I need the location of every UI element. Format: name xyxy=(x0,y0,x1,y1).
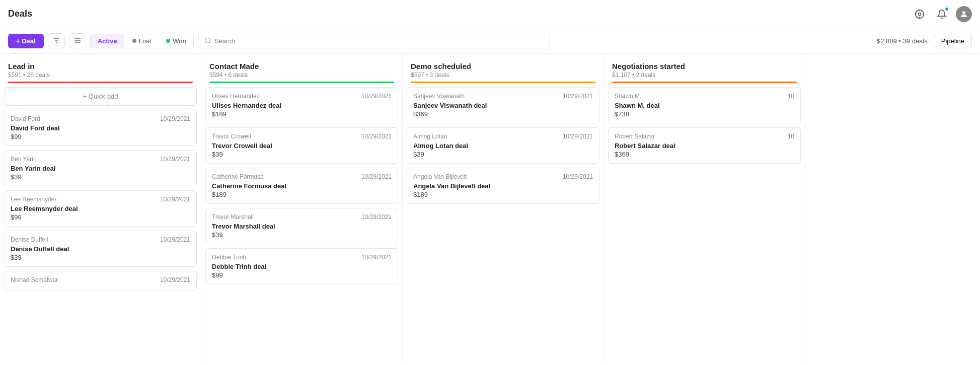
deal-amount: $738 xyxy=(615,110,794,118)
col-title-contact_made: Contact Made xyxy=(209,62,394,70)
deal-name: Angela Van Bijlevelt deal xyxy=(413,182,593,190)
search-icon xyxy=(204,37,211,44)
deal-card[interactable]: Ulises Hernandez10/29/2021Ulises Hernand… xyxy=(205,87,398,123)
deal-name: Ben Yarin deal xyxy=(11,165,190,172)
deal-amount: $99 xyxy=(212,271,392,279)
toolbar-right: $2,889 • 39 deals Pipeline xyxy=(877,34,972,48)
deal-name: Catherine Formusa deal xyxy=(212,182,392,190)
col-meta-lead_in: $591 • 28 deals xyxy=(8,71,193,79)
deal-amount: $369 xyxy=(413,110,593,118)
deal-amount: $189 xyxy=(212,110,392,118)
kanban-board: Lead in$591 • 28 deals+ Quick addDavid F… xyxy=(0,54,980,362)
deal-amount: $39 xyxy=(212,231,392,239)
deal-person: Sanjeev Viswanath xyxy=(413,93,465,100)
deal-amount: $39 xyxy=(11,254,190,261)
deal-person: Shawn M. xyxy=(615,93,641,100)
notifications-icon[interactable] xyxy=(934,6,950,22)
deal-person: David Ford xyxy=(11,115,40,122)
kanban-col-lead_in: Lead in$591 • 28 deals+ Quick addDavid F… xyxy=(0,54,201,362)
col-title-demo_scheduled: Demo scheduled xyxy=(411,62,595,70)
deal-amount: $99 xyxy=(11,133,190,140)
deal-date: 10/29/2021 xyxy=(361,133,392,140)
page-title: Deals xyxy=(8,9,912,19)
deal-name: David Ford deal xyxy=(11,124,190,132)
deal-card[interactable]: David Ford10/29/2021David Ford deal$99 xyxy=(4,110,197,146)
svg-line-14 xyxy=(209,42,210,44)
deal-date: 10/29/2021 xyxy=(160,276,190,283)
deal-date: 10/29/2021 xyxy=(563,93,593,100)
search-input[interactable] xyxy=(214,37,544,45)
deal-name: Lee Reemsnyder deal xyxy=(11,205,190,212)
deal-card[interactable]: Shawn M.10Shawn M. deal$738 xyxy=(608,87,801,123)
deal-person: Angela Van Bijlevelt xyxy=(413,173,467,180)
deal-person: Robert Salazar xyxy=(615,133,655,140)
search-bar[interactable] xyxy=(198,34,550,48)
deal-date: 10/29/2021 xyxy=(361,173,392,180)
deal-card[interactable]: Lee Reemsnyder10/29/2021Lee Reemsnyder d… xyxy=(4,190,197,227)
deal-person: Denise Duffell xyxy=(11,236,48,243)
deal-person: Lee Reemsnyder xyxy=(11,196,56,203)
deal-date: 10 xyxy=(788,133,794,140)
deal-name: Trevor Marshall deal xyxy=(212,223,392,230)
avatar[interactable] xyxy=(956,6,972,22)
won-dot xyxy=(166,39,170,43)
deal-date: 10/29/2021 xyxy=(563,133,593,140)
deal-date: 10/29/2021 xyxy=(361,254,392,261)
deal-card[interactable]: Robert Salazar10Robert Salazar deal$369 xyxy=(608,127,801,164)
svg-point-6 xyxy=(962,11,965,14)
filter-active-button[interactable]: Active xyxy=(91,34,124,48)
deal-person: Debbie Trinh xyxy=(212,254,246,261)
deal-card[interactable]: Debbie Trinh10/29/2021Debbie Trinh deal$… xyxy=(205,248,398,284)
deal-person: Almog Lotan xyxy=(413,133,447,140)
help-icon[interactable] xyxy=(912,6,928,22)
list-view-button[interactable] xyxy=(69,33,86,48)
kanban-col-demo_scheduled: Demo scheduled$597 • 3 dealsSanjeev Visw… xyxy=(403,54,604,362)
add-deal-button[interactable]: + Deal xyxy=(8,34,44,48)
col-meta-demo_scheduled: $597 • 3 deals xyxy=(411,71,595,79)
deal-amount: $39 xyxy=(212,151,392,158)
deal-amount: $99 xyxy=(11,213,190,221)
deal-amount: $369 xyxy=(615,151,794,158)
deal-amount: $39 xyxy=(11,173,190,181)
deal-card[interactable]: Trevor Marshall10/29/2021Trevor Marshall… xyxy=(205,208,398,244)
deal-name: Debbie Trinh deal xyxy=(212,263,392,270)
quick-add-button[interactable]: + Quick add xyxy=(4,87,197,106)
sort-icon-button[interactable] xyxy=(48,33,65,48)
deal-date: 10/29/2021 xyxy=(160,196,190,203)
deal-name: Sanjeev Viswanath deal xyxy=(413,102,593,109)
deal-date: 10 xyxy=(788,93,794,100)
svg-point-1 xyxy=(919,13,921,15)
deal-card[interactable]: Ben Yarin10/29/2021Ben Yarin deal$39 xyxy=(4,150,197,186)
deal-card[interactable]: Sanjeev Viswanath10/29/2021Sanjeev Viswa… xyxy=(407,87,599,123)
deal-amount: $189 xyxy=(413,191,593,198)
filter-group: Active Lost Won xyxy=(90,34,194,48)
col-meta-contact_made: $594 • 6 deals xyxy=(209,71,394,79)
deal-name: Almog Lotan deal xyxy=(413,142,593,150)
filter-won-button[interactable]: Won xyxy=(159,34,193,48)
deal-card[interactable]: Trevor Crowell10/29/2021Trevor Crowell d… xyxy=(205,127,398,164)
deal-date: 10/29/2021 xyxy=(361,93,392,100)
col-meta-negotiations_started: $1,107 • 2 deals xyxy=(612,71,797,79)
deal-person: Ulises Hernandez xyxy=(212,93,260,100)
kanban-col-negotiations_started: Negotiations started$1,107 • 2 dealsShaw… xyxy=(604,54,805,362)
deal-name: Robert Salazar deal xyxy=(615,142,794,150)
deal-amount: $39 xyxy=(413,151,593,158)
deal-card[interactable]: Nishad Somalwar10/29/2021 xyxy=(4,271,197,291)
deal-date: 10/29/2021 xyxy=(160,115,190,122)
deal-amount: $189 xyxy=(212,191,392,198)
deal-card[interactable]: Angela Van Bijlevelt10/29/2021Angela Van… xyxy=(407,168,599,204)
deal-card[interactable]: Almog Lotan10/29/2021Almog Lotan deal$39 xyxy=(407,127,599,164)
deal-person: Trevor Crowell xyxy=(212,133,251,140)
deal-date: 10/29/2021 xyxy=(160,156,190,163)
deal-card[interactable]: Denise Duffell10/29/2021Denise Duffell d… xyxy=(4,231,197,267)
deal-name: Trevor Crowell deal xyxy=(212,142,392,150)
deal-person: Catherine Formusa xyxy=(212,173,264,180)
filter-lost-button[interactable]: Lost xyxy=(125,34,159,48)
pipeline-button[interactable]: Pipeline xyxy=(934,34,972,48)
deal-card[interactable]: Catherine Formusa10/29/2021Catherine For… xyxy=(205,168,398,204)
deal-date: 10/29/2021 xyxy=(160,236,190,243)
lost-dot xyxy=(132,39,136,43)
deal-summary: $2,889 • 39 deals xyxy=(877,37,928,45)
deal-person: Trevor Marshall xyxy=(212,213,254,221)
kanban-col-contact_made: Contact Made$594 • 6 dealsUlises Hernand… xyxy=(201,54,403,362)
